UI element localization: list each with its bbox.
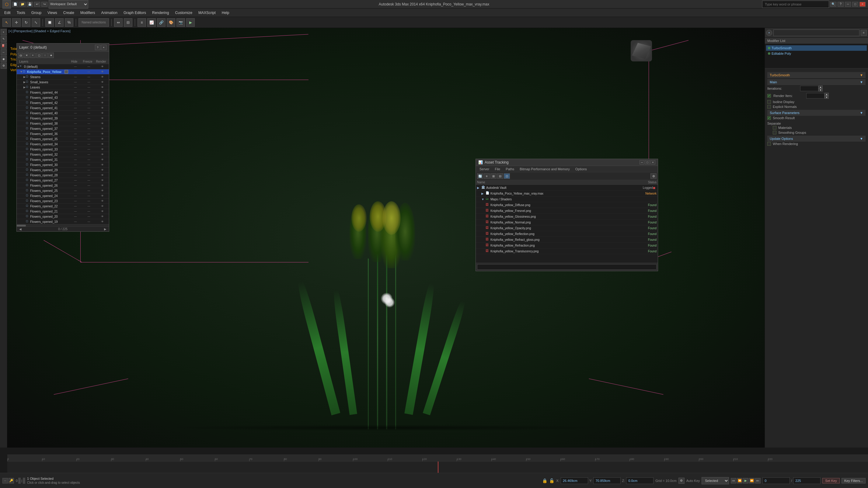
prev-frame-btn[interactable]: ⏪ xyxy=(737,478,742,483)
layer-row[interactable]: ◻ Flowers_opened_20 — — 👁 xyxy=(17,214,109,219)
menu-maxscript[interactable]: MAXScript xyxy=(195,9,219,16)
layer-row[interactable]: ◻ Flowers_opened_25 — — 👁 xyxy=(17,188,109,193)
layer-row[interactable]: ◻ Flowers_opened_24 — — 👁 xyxy=(17,193,109,199)
selected-dropdown[interactable]: Selected xyxy=(702,477,729,484)
editable-poly-modifier[interactable]: Editable Poly xyxy=(766,51,867,56)
asset-row[interactable]: 🖼 Kniphofia_yellow_Translucency.png Foun… xyxy=(476,249,658,254)
help-btn[interactable]: ? xyxy=(838,2,844,7)
iterations-input[interactable]: 0 xyxy=(800,86,818,91)
menu-edit[interactable]: Edit xyxy=(1,9,14,16)
motion-tool[interactable]: ↔ xyxy=(1,49,7,55)
layer-row[interactable]: ◻ Flowers_opened_42 — — 👁 xyxy=(17,100,109,105)
asset-menu-bitmap[interactable]: Bitmap Performance and Memory xyxy=(517,167,572,171)
layers-select-objects[interactable]: ◻ xyxy=(36,53,42,58)
layer-row[interactable]: ◻ Flowers_opened_23 — — 👁 xyxy=(17,199,109,204)
layer-row[interactable]: ◻ Flowers_opened_41 — — 👁 xyxy=(17,105,109,111)
angle-snap[interactable]: ∠ xyxy=(55,18,64,27)
prev-page-btn[interactable]: ◀ xyxy=(19,227,22,231)
curve-editor[interactable]: 📈 xyxy=(147,18,156,27)
scale-btn[interactable]: ⤡ xyxy=(32,18,40,27)
align-btn[interactable]: ⊟ xyxy=(124,18,132,27)
next-frame-btn[interactable]: ⏩ xyxy=(749,478,754,483)
menu-customize[interactable]: Customize xyxy=(172,9,195,16)
menu-tools[interactable]: Tools xyxy=(14,9,28,16)
search-btn[interactable]: 🔍 xyxy=(830,2,836,7)
iterations-up[interactable]: ▲ xyxy=(818,86,823,89)
asset-refresh-btn[interactable]: 🔄 xyxy=(477,173,483,179)
asset-row[interactable]: 🖼 Kniphofia_yellow_Normal.png Found xyxy=(476,220,658,225)
status-move-icon[interactable]: ↔ xyxy=(2,478,8,483)
open-btn[interactable]: 📁 xyxy=(20,2,26,7)
layer-row[interactable]: ◻ Flowers_opened_28 — — 👁 xyxy=(17,173,109,178)
layer-row[interactable]: ◻ Flowers_opened_27 — — 👁 xyxy=(17,178,109,183)
total-frames[interactable]: 225 xyxy=(793,477,820,484)
lock2-icon[interactable]: 🔓 xyxy=(549,478,554,483)
app-icon[interactable]: ⬡ xyxy=(2,0,11,8)
menu-create[interactable]: Create xyxy=(60,9,77,16)
when-rendering-checkbox[interactable]: □ xyxy=(767,142,771,145)
smoothing-groups-checkbox[interactable]: □ xyxy=(773,131,776,134)
percent-snap[interactable]: % xyxy=(65,18,73,27)
new-btn[interactable]: 📄 xyxy=(12,2,18,7)
menu-rendering[interactable]: Rendering xyxy=(149,9,172,16)
asset-row[interactable]: ▶ 🏦 Autodesk Vault Logged ◼ xyxy=(476,185,658,191)
render-iters-up[interactable]: ▲ xyxy=(825,93,829,96)
snap-toggle[interactable]: 🔲 xyxy=(45,18,54,27)
status-key-icon[interactable]: 🔑 xyxy=(8,478,14,483)
asset-list-view[interactable]: ≡ xyxy=(484,173,490,179)
asset-large-view[interactable]: ⊡ xyxy=(504,173,510,179)
modifier-color-swatch[interactable]: ● xyxy=(766,30,772,36)
explicit-normals-checkbox[interactable]: □ xyxy=(767,105,771,108)
modifier-name-input[interactable]: Flowers_opened_24 xyxy=(773,30,860,36)
layer-row[interactable]: ◻ Flowers_opened_31 — — 👁 xyxy=(17,157,109,162)
render-setup[interactable]: 📷 xyxy=(177,18,185,27)
main-section[interactable]: Main ▼ xyxy=(767,79,866,86)
select-btn[interactable]: ↖ xyxy=(2,18,11,27)
layer-row[interactable]: ▶ ◻ Small_leaves — — 👁 xyxy=(17,80,109,85)
layers-delete-btn[interactable]: ✕ xyxy=(24,53,30,58)
render-iters-checkbox[interactable]: ✓ xyxy=(767,94,771,98)
modify-tool[interactable]: ✎ xyxy=(1,36,7,42)
layers-scrollbar-thumb[interactable] xyxy=(17,225,26,227)
z-value[interactable]: 0.0cm xyxy=(626,477,653,484)
iterations-spinner[interactable]: 0 ▲ ▼ xyxy=(800,86,823,92)
workspace-selector[interactable]: Workspace: Default xyxy=(49,0,88,8)
save-btn[interactable]: 💾 xyxy=(27,2,33,7)
materials-checkbox[interactable]: □ xyxy=(773,126,776,130)
undo-btn[interactable]: ↩ xyxy=(34,2,40,7)
asset-menu-file[interactable]: File xyxy=(492,167,503,171)
layers-scrollbar[interactable] xyxy=(17,224,109,227)
move-btn[interactable]: ✛ xyxy=(12,18,21,27)
asset-row[interactable]: 🖼 Kniphofia_yellow_Glossiness.png Found xyxy=(476,214,658,220)
modifier-options-btn[interactable]: ≡ xyxy=(861,30,867,36)
layer-row[interactable]: ◻ Flowers_opened_29 — — 👁 xyxy=(17,167,109,173)
smooth-result-checkbox[interactable]: ✓ xyxy=(767,116,771,120)
asset-maximize-btn[interactable]: □ xyxy=(645,160,650,164)
turbosmooth-title[interactable]: TurboSmooth ▼ xyxy=(767,72,866,78)
layer-row[interactable]: ◻ Flowers_opened_32 — — 👁 xyxy=(17,152,109,157)
turbosmooth-modifier[interactable]: TurboSmooth xyxy=(766,45,867,51)
layer-row[interactable]: ◻ Flowers_opened_21 — — 👁 xyxy=(17,209,109,214)
asset-close-btn[interactable]: × xyxy=(650,160,655,164)
key-filters-btn[interactable]: Key Filters... xyxy=(841,478,866,483)
set-key-btn[interactable]: Set Key xyxy=(823,478,840,483)
layers-add-selection[interactable]: + xyxy=(30,53,36,58)
layer-row[interactable]: ◻ Flowers_opened_35 — — 👁 xyxy=(17,136,109,142)
asset-row[interactable]: ▶ 📄 Kniphofia_Poco_Yellow_max_vray.max N… xyxy=(476,191,658,196)
surface-params-section[interactable]: Surface Parameters ▼ xyxy=(767,110,866,116)
layer-row[interactable]: ▶ ◻ Leaves — — 👁 xyxy=(17,85,109,90)
asset-row[interactable]: 🖼 Kniphofia_yellow_Diffuse.png Found xyxy=(476,202,658,208)
layer-row[interactable]: ◻ Flowers_opened_30 — — 👁 xyxy=(17,162,109,167)
minimize-btn[interactable]: ─ xyxy=(845,2,851,7)
asset-row[interactable]: 🖼 Kniphofia_yellow_Refraction.png Found xyxy=(476,242,658,249)
play-btn[interactable]: ▶ xyxy=(743,478,748,483)
redo-btn[interactable]: ↪ xyxy=(41,2,48,7)
utilities-tool[interactable]: ⚙ xyxy=(1,63,7,69)
asset-row[interactable]: 🖼 Kniphofia_yellow_Fresnel.png Found xyxy=(476,208,658,214)
layer-row[interactable]: ◻ Flowers_opened_33 — — 👁 xyxy=(17,147,109,152)
named-sel[interactable]: Named selections xyxy=(79,18,109,27)
render-iters-input[interactable]: 2 xyxy=(806,93,825,99)
layers-highlight[interactable]: ★ xyxy=(49,53,54,58)
display-tool[interactable]: ◉ xyxy=(1,56,7,62)
next-page-btn[interactable]: ▶ xyxy=(104,227,106,231)
